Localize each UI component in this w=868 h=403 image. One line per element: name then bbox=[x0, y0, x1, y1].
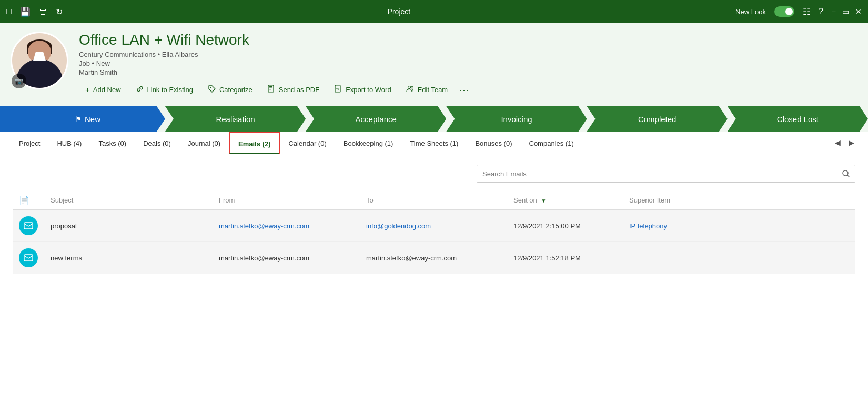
project-title: Office LAN + Wifi Network bbox=[79, 32, 857, 48]
tab-bookkeeping[interactable]: Bookkeeping (1) bbox=[335, 132, 402, 154]
maximize-button[interactable]: ▭ bbox=[842, 7, 849, 16]
tab-calendar[interactable]: Calendar (0) bbox=[280, 132, 335, 154]
contact-name[interactable]: Ella Albares bbox=[162, 51, 198, 58]
word-icon: W bbox=[334, 85, 342, 95]
team-icon bbox=[406, 85, 415, 95]
tab-companies[interactable]: Companies (1) bbox=[521, 132, 582, 154]
send-as-pdf-button[interactable]: Send as PDF bbox=[261, 82, 326, 98]
svg-rect-1 bbox=[268, 85, 274, 92]
stage-completed[interactable]: Completed bbox=[587, 106, 728, 132]
more-actions-button[interactable]: ⋯ bbox=[456, 82, 472, 98]
svg-text:W: W bbox=[336, 87, 339, 90]
job-label: Job bbox=[79, 59, 90, 67]
company-name[interactable]: Century Communications bbox=[79, 51, 156, 58]
stage-invoicing[interactable]: Invoicing bbox=[446, 106, 587, 132]
tab-deals[interactable]: Deals (0) bbox=[135, 132, 179, 154]
table-header-row: 📄 Subject From To Sent on ▼ Superior Ite… bbox=[13, 191, 855, 210]
tab-emails[interactable]: Emails (2) bbox=[229, 132, 280, 154]
title-bar-left-icons: □ 💾 🗑 ↻ bbox=[6, 7, 63, 17]
subject-2[interactable]: new terms bbox=[44, 242, 213, 274]
categorize-button[interactable]: Categorize bbox=[201, 82, 259, 98]
svg-point-0 bbox=[210, 87, 211, 88]
col-header-subject: Subject bbox=[44, 191, 213, 210]
delete-icon[interactable]: 🗑 bbox=[39, 7, 47, 16]
avatar-container: 📷 bbox=[11, 32, 68, 89]
svg-rect-4 bbox=[269, 89, 271, 89]
separator1: • bbox=[158, 51, 162, 58]
table-row: proposal martin.stefko@eway-crm.com info… bbox=[13, 210, 855, 242]
add-new-button[interactable]: + Add New bbox=[79, 82, 127, 97]
app-title: Project bbox=[63, 7, 735, 16]
stage-realisation[interactable]: Realisation bbox=[165, 106, 306, 132]
sent-1: 12/9/2021 2:15:00 PM bbox=[507, 210, 623, 242]
camera-icon[interactable]: 📷 bbox=[12, 74, 26, 88]
svg-rect-3 bbox=[269, 88, 272, 88]
superior-link-1[interactable]: IP telephony bbox=[629, 222, 667, 230]
minimize-button[interactable]: − bbox=[832, 7, 836, 16]
email-icon-2 bbox=[19, 248, 38, 267]
edit-team-button[interactable]: Edit Team bbox=[400, 82, 455, 98]
project-type-status: Job • New bbox=[79, 59, 857, 67]
stage-bar: ⚑ New Realisation Acceptance Invoicing C… bbox=[0, 106, 868, 132]
tab-project[interactable]: Project bbox=[11, 132, 48, 154]
sort-icon: ▼ bbox=[541, 198, 546, 204]
separator2: • bbox=[92, 59, 96, 67]
col-header-icon: 📄 bbox=[13, 191, 44, 210]
email-icon-1 bbox=[19, 216, 38, 235]
stage-closed-lost[interactable]: Closed Lost bbox=[728, 106, 868, 132]
search-button[interactable] bbox=[837, 165, 855, 183]
subject-1[interactable]: proposal bbox=[44, 210, 213, 242]
tabs-navigation: ◀ ▶ bbox=[831, 136, 857, 149]
tabs-next-button[interactable]: ▶ bbox=[845, 136, 857, 149]
flag-icon: ⚑ bbox=[75, 115, 82, 123]
link-to-existing-button[interactable]: Link to Existing bbox=[129, 82, 199, 98]
content-area: 📄 Subject From To Sent on ▼ Superior Ite… bbox=[0, 154, 868, 285]
refresh-icon[interactable]: ↻ bbox=[56, 7, 63, 17]
email-icon-cell-1 bbox=[13, 210, 44, 242]
superior-1[interactable]: IP telephony bbox=[623, 210, 855, 242]
tab-bonuses[interactable]: Bonuses (0) bbox=[467, 132, 520, 154]
from-email-1[interactable]: martin.stefko@eway-crm.com bbox=[219, 222, 309, 230]
tab-timesheets[interactable]: Time Sheets (1) bbox=[401, 132, 467, 154]
link-icon bbox=[136, 85, 144, 95]
from-1[interactable]: martin.stefko@eway-crm.com bbox=[213, 210, 360, 242]
window-controls: − ▭ ✕ bbox=[832, 7, 862, 16]
save-icon[interactable]: □ bbox=[6, 7, 12, 16]
to-email-1[interactable]: info@goldendog.com bbox=[366, 222, 431, 230]
tag-icon bbox=[208, 85, 216, 95]
header-area: 📷 Office LAN + Wifi Network Century Comm… bbox=[0, 23, 868, 132]
new-look-toggle[interactable] bbox=[774, 6, 794, 17]
search-box bbox=[477, 165, 855, 183]
project-subtitle: Century Communications • Ella Albares bbox=[79, 51, 857, 58]
col-header-superior: Superior Item bbox=[623, 191, 855, 210]
action-bar: + Add New Link to Existing Categorize bbox=[79, 76, 857, 100]
svg-rect-2 bbox=[269, 86, 272, 87]
to-2[interactable]: martin.stefko@eway-crm.com bbox=[360, 242, 507, 274]
tab-journal[interactable]: Journal (0) bbox=[179, 132, 229, 154]
tab-hub[interactable]: HUB (4) bbox=[48, 132, 90, 154]
to-1[interactable]: info@goldendog.com bbox=[360, 210, 507, 242]
search-row bbox=[13, 165, 855, 183]
help-icon[interactable]: ? bbox=[819, 7, 823, 16]
svg-point-7 bbox=[408, 86, 410, 89]
col-header-to: To bbox=[360, 191, 507, 210]
stage-acceptance[interactable]: Acceptance bbox=[306, 106, 446, 132]
to-email-2: martin.stefko@eway-crm.com bbox=[366, 254, 457, 262]
col-header-sent[interactable]: Sent on ▼ bbox=[507, 191, 623, 210]
save-disk-icon[interactable]: 💾 bbox=[20, 7, 31, 17]
grid-icon[interactable]: ☷ bbox=[803, 7, 810, 17]
pdf-icon bbox=[267, 85, 276, 95]
status-badge: New bbox=[96, 59, 110, 67]
tab-tasks[interactable]: Tasks (0) bbox=[90, 132, 135, 154]
search-input[interactable] bbox=[477, 170, 837, 178]
stage-new[interactable]: ⚑ New bbox=[0, 106, 165, 132]
tabs-prev-button[interactable]: ◀ bbox=[831, 136, 844, 149]
export-to-word-button[interactable]: W Export to Word bbox=[328, 82, 397, 98]
from-2[interactable]: martin.stefko@eway-crm.com bbox=[213, 242, 360, 274]
tabs-bar: Project HUB (4) Tasks (0) Deals (0) Jour… bbox=[0, 132, 868, 154]
title-bar: □ 💾 🗑 ↻ Project New Look ☷ ? − ▭ ✕ bbox=[0, 0, 868, 23]
table-row: new terms martin.stefko@eway-crm.com mar… bbox=[13, 242, 855, 274]
sent-2: 12/9/2021 1:52:18 PM bbox=[507, 242, 623, 274]
close-button[interactable]: ✕ bbox=[855, 7, 862, 16]
new-look-label: New Look bbox=[735, 8, 766, 16]
